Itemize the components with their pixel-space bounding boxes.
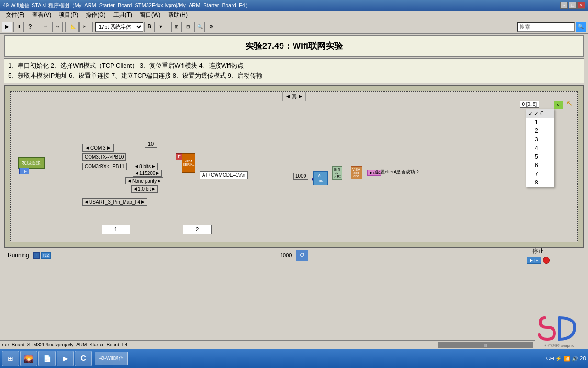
menu-help[interactable]: 帮助(H)	[164, 10, 192, 20]
usart-right-arrow: ▶	[141, 199, 145, 204]
enum-dropdown-trigger[interactable]: 0	[554, 101, 563, 109]
minimize-button[interactable]: －	[560, 2, 568, 9]
taskbar-doc[interactable]: 📄	[38, 351, 56, 366]
pause-button[interactable]: ⏸	[13, 22, 24, 32]
ms-block: ⏱ms	[313, 171, 328, 185]
tray-battery: ⚡	[555, 356, 562, 362]
parity-right-arrow: ▶	[158, 178, 161, 183]
taskbar-play[interactable]: ▶	[57, 351, 74, 366]
zoom-btn[interactable]: 🔍	[194, 22, 205, 32]
font-bold[interactable]: B	[144, 22, 155, 32]
loop-arrow-right: ▶	[299, 94, 302, 99]
stop-controls-row: ▶TF	[527, 257, 550, 264]
usart-block[interactable]: ◀ USART_3_Pin_Map_F4 ▶	[82, 198, 147, 206]
dropdown-item-2[interactable]: 2	[526, 126, 554, 135]
window-title: 49-Wifi通信-STA.vi 程序框图（My_ARM_Starter_Boa…	[3, 2, 250, 9]
bits-right-arrow: ▶	[152, 164, 155, 169]
separator-2	[65, 22, 66, 32]
search-input[interactable]	[517, 22, 575, 32]
undo-button[interactable]: ↩	[41, 22, 51, 32]
loop-label: 真	[292, 93, 297, 100]
close-button[interactable]: ×	[577, 2, 585, 9]
baud-left-arrow: ◀	[135, 171, 138, 175]
bits-block[interactable]: ◀ 8 bits ▶	[133, 163, 158, 170]
stopbits-left-arrow: ◀	[134, 186, 137, 191]
f-block: F	[176, 153, 182, 160]
menu-view[interactable]: 查看(V)	[28, 10, 55, 20]
loop-arrow-left: ◀	[286, 94, 290, 99]
extra-btn[interactable]: ⚙	[206, 22, 216, 32]
stop-control: 停止 ▶TF	[527, 247, 550, 264]
diagram-status-row: Running I I32 1000 ⏱ 停止 ▶TF	[0, 250, 588, 261]
stopbits-block[interactable]: ◀ 1.0 bit ▶	[131, 185, 158, 193]
val-1000-block: 1000	[293, 172, 308, 180]
com-left-arrow: ◀	[86, 145, 89, 150]
com-right-arrow: ▶	[107, 145, 111, 150]
dropdown-item-0[interactable]: ✓ 0	[526, 109, 554, 118]
menu-window[interactable]: 窗口(W)	[136, 10, 164, 20]
i32-container: I I32	[33, 252, 51, 259]
toolbar: ▶ ⏸ ? ↩ ↪ 📐 ✂ 17pt 系统字体 B ▼ ⊞ ⊟ 🔍 ⚙ 🔍	[0, 20, 588, 34]
dropdown-item-7[interactable]: 7	[526, 170, 554, 178]
tray-sound: 🔊	[572, 356, 578, 362]
enum-value: 0	[557, 103, 559, 107]
start-button[interactable]: ⊞	[2, 351, 19, 366]
tray-time: 20	[580, 355, 586, 362]
taskbar-c[interactable]: C	[75, 351, 92, 366]
loop-indicator: ◀ 真 ▶	[282, 92, 306, 101]
menu-tools[interactable]: 工具(T)	[110, 10, 136, 20]
tool1[interactable]: 📐	[68, 22, 79, 32]
run-button[interactable]: ▶	[2, 22, 12, 32]
com3-rx-block: COM3:RX<--PB11	[82, 163, 127, 170]
distribute-btn[interactable]: ⊟	[183, 22, 193, 32]
timer-icon: ⏱	[296, 250, 308, 261]
active-window-taskbar[interactable]: 49-Wifi通信	[95, 352, 128, 365]
cursor-icon: ↖	[566, 99, 573, 108]
stop-red-indicator[interactable]	[543, 257, 550, 264]
redo-button[interactable]: ↪	[52, 22, 63, 32]
menu-file[interactable]: 文件(F)	[2, 10, 28, 20]
stop-label: 停止	[532, 247, 544, 255]
tray-ch: CH	[546, 356, 554, 361]
tf-stop-block: ▶TF	[527, 257, 541, 264]
parity-block[interactable]: ◀ None parity ▶	[125, 177, 163, 184]
help-button[interactable]: ?	[25, 22, 35, 32]
sd-logo: 神电测控 Graphic Embedded	[535, 308, 583, 346]
parity-left-arrow: ◀	[128, 178, 131, 183]
taskbar-photo[interactable]: 🌄	[20, 351, 37, 366]
usart-left-arrow: ◀	[85, 199, 88, 204]
dropdown-item-4[interactable]: 4	[526, 144, 554, 152]
val-10-block: 10	[145, 140, 157, 148]
steps-line2: 5、获取本模块IP地址 6、设置单连接 7、建立TCP端口连接 8、设置为透传模…	[8, 71, 580, 81]
enum-dropdown-menu[interactable]: ✓ 0 1 2 3 4 5 6 7 8	[526, 109, 554, 187]
font-selector[interactable]: 17pt 系统字体	[95, 22, 143, 32]
dropdown-item-8[interactable]: 8	[526, 178, 554, 187]
tool2[interactable]: ✂	[79, 22, 90, 32]
dropdown-item-6[interactable]: 6	[526, 161, 554, 170]
counter-display[interactable]: 0 [0..8]	[520, 101, 539, 108]
align-btn[interactable]: ⊞	[171, 22, 182, 32]
stopbits-right-arrow: ▶	[152, 186, 155, 191]
font-options[interactable]: ▼	[156, 22, 166, 32]
step-1-label: 1	[102, 225, 130, 234]
filepath-text: rter_Board_STM32F4xx.lvproj/My_ARM_Start…	[2, 342, 127, 347]
menu-bar: 文件(F) 查看(V) 项目(P) 操作(O) 工具(T) 窗口(W) 帮助(H…	[0, 11, 588, 20]
running-status: Running I I32	[8, 252, 51, 259]
dropdown-item-3[interactable]: 3	[526, 135, 554, 144]
search-button[interactable]: 🔍	[576, 22, 586, 32]
scrollbar-bottom[interactable]: |||	[438, 342, 533, 348]
maximize-button[interactable]: □	[569, 2, 577, 9]
separator-3	[92, 22, 93, 32]
steps-area: 1、串口初始化 2、选择Wifi模式（TCP Client） 3、复位重启Wif…	[4, 58, 584, 83]
at-cmd-block: AT+CWMODE=1\r\n	[200, 171, 248, 179]
steps-line1: 1、串口初始化 2、选择Wifi模式（TCP Client） 3、复位重启Wif…	[8, 61, 580, 71]
bits-left-arrow: ◀	[135, 164, 138, 169]
tray-network: 📶	[564, 356, 570, 362]
com-block[interactable]: ◀ COM 3 ▶	[82, 144, 114, 152]
menu-operate[interactable]: 操作(O)	[82, 10, 109, 20]
dropdown-item-5[interactable]: 5	[526, 152, 554, 161]
baud-block[interactable]: ◀ 115200 ▶	[133, 170, 162, 177]
dropdown-item-1[interactable]: 1	[526, 118, 554, 126]
menu-project[interactable]: 项目(P)	[55, 10, 82, 20]
n-indicator-block: ⊞ N abc ○ R□	[332, 166, 342, 180]
